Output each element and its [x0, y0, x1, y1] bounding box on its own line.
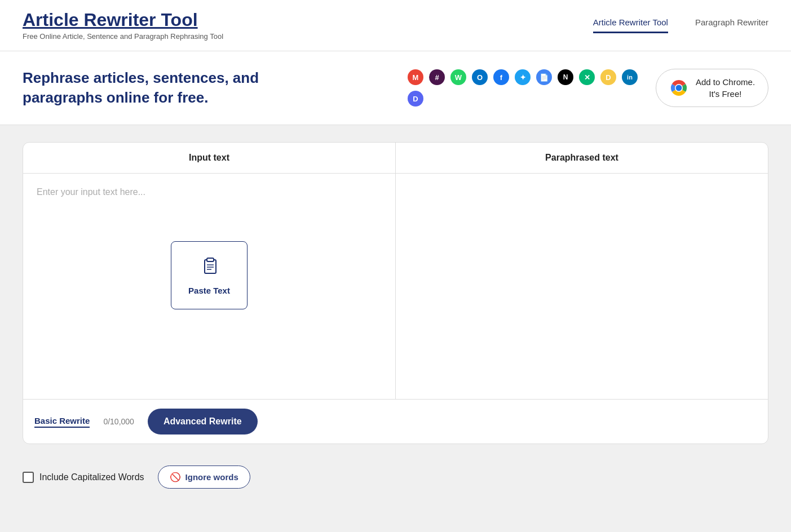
tool-body-row: Enter your input text here... Paste Text: [23, 174, 768, 399]
paste-text-button[interactable]: Paste Text: [171, 241, 248, 309]
linkedin-icon[interactable]: in: [622, 69, 638, 85]
advanced-rewrite-button[interactable]: Advanced Rewrite: [148, 409, 258, 435]
capitalize-words-label: Include Capitalized Words: [39, 472, 144, 482]
input-placeholder: Enter your input text here...: [37, 187, 145, 197]
extra-icon[interactable]: D: [600, 69, 616, 85]
clipboard-icon: [199, 255, 219, 280]
paste-btn-label: Paste Text: [188, 286, 230, 295]
output-panel: [396, 174, 768, 399]
hero-highlight: paragraphs: [23, 89, 103, 106]
facebook-icon[interactable]: f: [493, 69, 509, 85]
hero-section: Rephrase articles, sentences, and paragr…: [0, 51, 791, 125]
tool-wrapper: Input text Paraphrased text Enter your i…: [0, 125, 791, 455]
basic-rewrite-button[interactable]: Basic Rewrite: [34, 416, 90, 428]
gmail-icon[interactable]: M: [408, 69, 423, 85]
hero-right: M # W O f ✦ 📄 N ✕ D in D: [408, 69, 768, 107]
whatsapp-icon[interactable]: W: [450, 69, 466, 85]
slack-icon[interactable]: #: [429, 69, 445, 85]
word-count: 0/10,000: [103, 417, 134, 426]
ignore-words-button[interactable]: 🚫 Ignore words: [158, 466, 250, 489]
hero-suffix: online for free.: [107, 89, 209, 106]
input-text-header: Input text: [23, 143, 396, 173]
ignore-words-label: Ignore words: [185, 472, 238, 482]
outlook-icon[interactable]: O: [472, 69, 488, 85]
notion-icon[interactable]: N: [558, 69, 573, 85]
brand-subtitle: Free Online Article, Sentence and Paragr…: [23, 32, 223, 41]
tool-header-row: Input text Paraphrased text: [23, 143, 768, 174]
bottom-options: Include Capitalized Words 🚫 Ignore words: [0, 455, 791, 499]
hero-text: Rephrase articles, sentences, and paragr…: [23, 68, 259, 108]
capitalize-words-checkbox[interactable]: [23, 472, 34, 483]
brand-title: Article Rewriter Tool: [23, 10, 223, 30]
svg-rect-5: [207, 258, 214, 261]
nav-tabs: Article Rewriter Tool Paragraph Rewriter: [593, 17, 768, 33]
svg-point-3: [676, 85, 682, 91]
tool-container: Input text Paraphrased text Enter your i…: [23, 142, 768, 444]
tool-footer: Basic Rewrite 0/10,000 Advanced Rewrite: [23, 399, 768, 444]
chrome-logo-icon: [669, 78, 689, 98]
chrome-btn-text: Add to Chrome.It's Free!: [696, 76, 755, 100]
block-icon: 🚫: [170, 472, 181, 482]
twitter-icon[interactable]: ✦: [515, 69, 531, 85]
tab-article-rewriter[interactable]: Article Rewriter Tool: [593, 17, 668, 33]
tab-paragraph-rewriter[interactable]: Paragraph Rewriter: [695, 17, 768, 33]
brand-area: Article Rewriter Tool Free Online Articl…: [23, 10, 223, 41]
add-to-chrome-button[interactable]: Add to Chrome.It's Free!: [656, 69, 768, 107]
medium-icon[interactable]: ✕: [579, 69, 595, 85]
social-icons: M # W O f ✦ 📄 N ✕ D in D: [408, 69, 644, 107]
header: Article Rewriter Tool Free Online Articl…: [0, 0, 791, 51]
discord-icon[interactable]: D: [408, 91, 423, 107]
capitalize-words-checkbox-wrapper[interactable]: Include Capitalized Words: [23, 472, 144, 483]
docs-icon[interactable]: 📄: [536, 69, 552, 85]
input-panel: Enter your input text here... Paste Text: [23, 174, 396, 399]
output-text-header: Paraphrased text: [396, 143, 768, 173]
